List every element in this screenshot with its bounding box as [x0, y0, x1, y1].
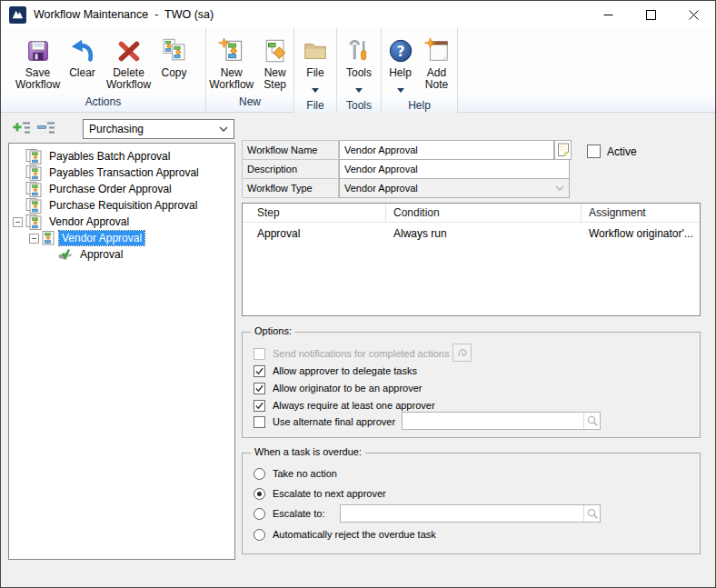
- escalate-next-radio[interactable]: [254, 488, 265, 500]
- tree-item[interactable]: Payables Transaction Approval: [9, 164, 234, 181]
- escalate-to-input: [341, 505, 583, 522]
- close-button[interactable]: [672, 1, 715, 28]
- main-area: Purchasing Payables Batch Approval Payab…: [1, 113, 715, 587]
- new-step-icon: [261, 35, 290, 65]
- workflow-category-dropdown[interactable]: Purchasing: [83, 119, 234, 139]
- tree-item[interactable]: Purchase Requisition Approval: [9, 197, 234, 214]
- alternate-approver-option[interactable]: Use alternate final approver: [254, 414, 395, 429]
- tree-item[interactable]: Purchase Order Approval: [9, 181, 234, 197]
- tree-item-selected[interactable]: − Vendor Approval: [9, 230, 234, 246]
- undo-icon: [69, 35, 96, 65]
- collapse-icon[interactable]: −: [29, 234, 39, 244]
- maximize-button[interactable]: [630, 1, 672, 28]
- minimize-button[interactable]: [587, 1, 630, 28]
- take-no-action-radio[interactable]: [254, 468, 265, 480]
- active-label: Active: [607, 145, 637, 158]
- help-icon: ?: [387, 35, 414, 65]
- require-approver-checkbox[interactable]: [254, 400, 265, 412]
- description-label: Description: [242, 159, 339, 179]
- workflow-pages-icon: [25, 198, 42, 214]
- workflow-name-input[interactable]: Vendor Approval: [339, 140, 554, 160]
- allow-delegate-checkbox[interactable]: [254, 365, 265, 377]
- file-menu-button[interactable]: File: [295, 34, 335, 96]
- toolbar-ribbon: Save Workflow Clear: [1, 28, 715, 113]
- workflow-name-label: Workflow Name: [242, 140, 339, 160]
- clear-button[interactable]: Clear: [63, 34, 103, 79]
- tree-item[interactable]: Approval: [9, 246, 234, 263]
- copy-button[interactable]: Copy: [155, 34, 194, 79]
- dropdown-arrow-icon: [355, 80, 363, 96]
- overdue-groupbox: When a task is overdue: Take no action E…: [242, 453, 701, 554]
- require-approver-option[interactable]: Always require at least one approver: [254, 398, 435, 413]
- tools-icon: [345, 35, 373, 65]
- overdue-legend: When a task is overdue:: [251, 446, 365, 457]
- note-icon: [423, 35, 451, 65]
- workflow-pages-icon: [25, 165, 42, 181]
- escalate-to-option[interactable]: Escalate to:: [254, 506, 324, 521]
- chevron-down-icon: [219, 126, 228, 132]
- options-groupbox: Options: Send notifications for complete…: [242, 332, 701, 438]
- escalate-next-option[interactable]: Escalate to next approver: [254, 486, 386, 501]
- send-notifications-checkbox: [254, 348, 265, 360]
- workflow-tree: Payables Batch Approval Payables Transac…: [8, 143, 235, 560]
- steps-table: Step Condition Assignment Approval Alway…: [242, 203, 701, 316]
- expand-all-button[interactable]: [12, 119, 32, 137]
- collapse-icon[interactable]: −: [13, 217, 23, 227]
- help-menu-button[interactable]: ? Help: [383, 34, 418, 96]
- new-workflow-icon: [217, 35, 246, 65]
- active-checkbox[interactable]: [587, 145, 601, 158]
- escalate-to-radio[interactable]: [254, 508, 265, 520]
- toolbar-group-help: ? Help Add Note Hel: [381, 28, 457, 112]
- options-legend: Options:: [251, 325, 295, 336]
- chevron-down-icon: [555, 185, 564, 191]
- notification-icon: [455, 345, 470, 360]
- tree-item[interactable]: − Vendor Approval: [9, 214, 234, 230]
- table-row[interactable]: Approval Always run Workflow originator'…: [243, 223, 700, 244]
- allow-originator-checkbox[interactable]: [254, 383, 265, 394]
- workflow-pages-icon: [25, 182, 42, 197]
- auto-reject-radio[interactable]: [254, 529, 265, 541]
- add-note-button[interactable]: Add Note: [418, 34, 456, 92]
- take-no-action-option[interactable]: Take no action: [254, 466, 337, 481]
- lookup-icon: [583, 505, 600, 522]
- allow-delegate-option[interactable]: Allow approver to delegate tasks: [254, 364, 417, 378]
- toolbar-group-label-actions: Actions: [1, 93, 205, 112]
- lookup-icon: [583, 413, 600, 429]
- workflow-type-label: Workflow Type: [242, 178, 339, 198]
- delete-workflow-button[interactable]: Delete Workflow: [103, 34, 155, 92]
- column-header-condition: Condition: [386, 204, 582, 222]
- save-workflow-button[interactable]: Save Workflow: [14, 34, 63, 92]
- new-workflow-button[interactable]: New Workflow: [206, 34, 256, 92]
- alternate-approver-checkbox[interactable]: [254, 416, 265, 428]
- folder-icon: [302, 35, 329, 65]
- steps-table-header: Step Condition Assignment: [243, 204, 700, 223]
- note-attach-button[interactable]: [554, 140, 572, 160]
- delete-icon: [115, 35, 143, 65]
- allow-originator-option[interactable]: Allow originator to be an approver: [254, 381, 422, 395]
- send-notifications-option: Send notifications for completed actions: [254, 346, 449, 361]
- workflow-maintenance-window: Workflow Maintenance - TWO (sa): [0, 0, 716, 588]
- approval-flag-icon: [58, 248, 73, 261]
- column-header-step: Step: [243, 204, 386, 222]
- svg-text:?: ?: [396, 44, 404, 60]
- toolbar-group-tools: Tools Tools: [336, 28, 381, 112]
- toolbar-group-label-new: New: [206, 93, 293, 112]
- note-page-icon: [557, 143, 570, 157]
- title-bar: Workflow Maintenance - TWO (sa): [1, 1, 715, 28]
- description-input[interactable]: Vendor Approval: [339, 159, 570, 179]
- collapse-all-button[interactable]: [36, 119, 56, 137]
- workflow-pages-icon: [25, 214, 42, 230]
- tools-menu-button[interactable]: Tools: [338, 34, 381, 96]
- workflow-pages-icon: [25, 149, 42, 164]
- alternate-approver-input: [403, 413, 583, 429]
- toolbar-group-new: New Workflow New Step New: [205, 28, 293, 112]
- alternate-approver-field: [402, 412, 601, 430]
- window-title: Workflow Maintenance - TWO (sa): [34, 8, 214, 21]
- workflow-page-icon: [42, 231, 55, 245]
- save-icon: [25, 35, 52, 65]
- copy-icon: [161, 35, 188, 65]
- app-icon: [9, 6, 26, 24]
- auto-reject-option[interactable]: Automatically reject the overdue task: [254, 527, 436, 542]
- tree-item[interactable]: Payables Batch Approval: [9, 148, 234, 164]
- new-step-button[interactable]: New Step: [256, 34, 293, 92]
